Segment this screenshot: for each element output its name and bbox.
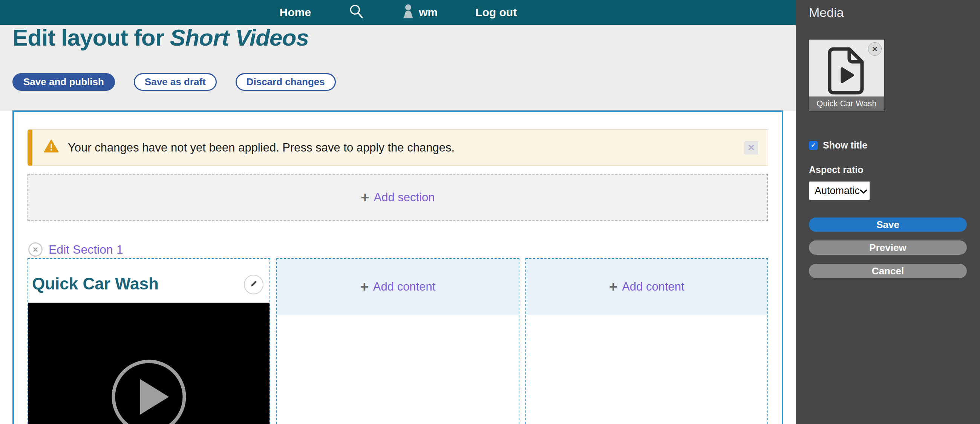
page-actions: Save and publish Save as draft Discard c… <box>13 73 336 91</box>
sidebar-cancel-button[interactable]: Cancel <box>809 264 967 278</box>
edit-block-button[interactable] <box>244 275 264 294</box>
aspect-ratio-select[interactable]: Automatic <box>809 181 870 200</box>
add-content-zone: + Add content <box>526 259 767 315</box>
remove-section-icon[interactable]: ✕ <box>28 242 43 257</box>
nav-logout-link[interactable]: Log out <box>475 6 517 19</box>
warning-icon <box>44 140 59 156</box>
add-content-label: Add content <box>373 280 435 294</box>
screen: Home wm Log out <box>0 0 980 424</box>
warning-message: Your changes have not yet been applied. … <box>27 129 768 166</box>
section-header-row: ✕ Edit Section 1 <box>27 242 768 257</box>
media-title: Quick Car Wash <box>809 97 884 111</box>
play-button[interactable] <box>109 357 188 424</box>
aspect-ratio-value: Automatic <box>815 185 860 197</box>
layout-builder-canvas: Your changes have not yet been applied. … <box>13 110 783 424</box>
add-section-zone: + Add section <box>27 174 768 221</box>
page-title: Edit layout forShort Videos <box>13 24 309 51</box>
plus-icon: + <box>609 279 617 294</box>
add-content-link[interactable]: + Add content <box>360 279 436 294</box>
media-settings-panel: Media ✕ Quick Car Wash ✓ Show title Aspe… <box>796 0 980 424</box>
plus-icon: + <box>360 279 369 294</box>
block-title: Quick Car Wash <box>32 275 241 293</box>
page-title-emphasis: Short Videos <box>170 24 309 51</box>
show-title-label[interactable]: Show title <box>823 140 867 151</box>
show-title-field: ✓ Show title <box>809 140 967 151</box>
edit-section-link[interactable]: Edit Section 1 <box>49 243 123 257</box>
column-empty-1: + Add content <box>276 258 519 424</box>
save-and-publish-button[interactable]: Save and publish <box>13 73 115 91</box>
add-content-zone: + Add content <box>277 259 518 315</box>
warning-text: Your changes have not yet been applied. … <box>68 141 455 154</box>
video-player[interactable] <box>28 303 269 424</box>
add-content-link[interactable]: + Add content <box>609 279 684 294</box>
plus-icon: + <box>361 191 369 205</box>
show-title-checkbox[interactable]: ✓ <box>809 141 818 150</box>
user-menu[interactable]: wm <box>402 4 438 21</box>
add-content-label: Add content <box>622 280 684 294</box>
panel-title: Media <box>809 0 967 20</box>
top-navigation: Home wm Log out <box>0 0 796 25</box>
column-empty-2: + Add content <box>525 258 768 424</box>
sidebar-preview-button[interactable]: Preview <box>809 240 967 255</box>
search-button[interactable] <box>348 4 364 21</box>
pencil-icon <box>249 279 259 290</box>
column-video-block: Quick Car Wash <box>27 258 270 424</box>
sidebar-save-button[interactable]: Save <box>809 218 967 232</box>
user-icon <box>402 4 414 21</box>
add-section-link[interactable]: + Add section <box>361 191 434 205</box>
aspect-ratio-label: Aspect ratio <box>809 164 967 175</box>
video-file-icon <box>824 47 869 97</box>
username-label: wm <box>419 6 438 19</box>
section-columns: Quick Car Wash <box>27 258 768 424</box>
discard-changes-button[interactable]: Discard changes <box>235 73 336 91</box>
remove-media-icon[interactable]: ✕ <box>868 42 881 56</box>
page-title-prefix: Edit layout for <box>13 24 164 51</box>
selected-media-card: ✕ Quick Car Wash <box>809 40 884 111</box>
nav-home-link[interactable]: Home <box>280 6 311 19</box>
add-section-label: Add section <box>374 191 435 204</box>
warning-close-icon[interactable]: ✕ <box>745 141 758 154</box>
search-icon <box>348 4 364 21</box>
header-band: Home wm Log out <box>0 0 796 111</box>
chevron-down-icon <box>860 185 867 197</box>
save-as-draft-button[interactable]: Save as draft <box>134 73 217 91</box>
